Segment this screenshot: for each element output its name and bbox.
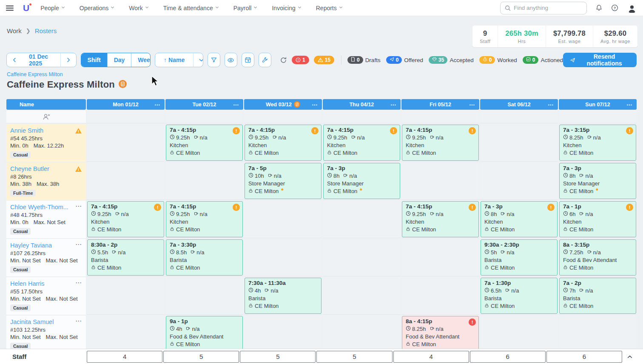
menu-item-invoicing[interactable]: Invoicing <box>272 5 301 11</box>
staff-warning-icon: ! <box>75 128 82 135</box>
shift-card[interactable]: 8:30a - 2p5.5hn/aBaristaCE Milton <box>87 239 164 276</box>
menu-item-work[interactable]: Work <box>129 5 148 11</box>
refresh-icon[interactable] <box>280 57 287 64</box>
error-count-pill[interactable]: ! 1 <box>292 56 309 64</box>
venue-link[interactable]: Caffeine Express Milton <box>7 71 127 77</box>
shift-card[interactable]: 7a - 5p10hn/aStore ManagerCE Milton● <box>245 163 322 199</box>
staff-name-link[interactable]: Cheyne Butler <box>10 165 49 172</box>
staff-name-link[interactable]: Helen Harris <box>10 280 45 287</box>
menu-item-operations[interactable]: Operations <box>80 5 114 11</box>
shift-card[interactable]: 7a - 4:15p9.25hn/aKitchenCE Milton! <box>166 201 243 237</box>
shift-card[interactable]: 8a - 4:15p8.25hn/aFood & Bev AttendantCE… <box>402 316 479 349</box>
column-header-day-1: Mon 01/12⋯ <box>87 99 165 110</box>
shift-cell: 7a - 3:15p8.25hn/aKitchenCE Milton! <box>559 124 637 162</box>
shift-location-name: CE Milton <box>176 226 200 233</box>
sort-ascending-icon: ↑ <box>164 57 167 63</box>
view-toggle-week[interactable]: Week <box>131 53 151 67</box>
menu-item-reports[interactable]: Reports <box>316 5 343 11</box>
clock-icon <box>248 134 253 141</box>
shift-meta: 7.25hn/a <box>563 249 632 256</box>
sort-dropdown-button[interactable] <box>193 53 203 67</box>
staff-menu-button[interactable]: ⋯ <box>75 204 82 208</box>
break-icon <box>343 173 348 179</box>
sort-by-name-button[interactable]: ↑ Name <box>155 53 193 67</box>
shift-cell: 7a - 4:15p9.25hn/aKitchenCE Milton! <box>165 124 243 162</box>
shift-card[interactable]: 9a - 1p4hn/aFood & Bev AttendantCE Milto… <box>166 316 243 349</box>
filter-button[interactable] <box>208 53 220 67</box>
shift-break: n/a <box>585 211 593 217</box>
shift-cell <box>87 124 165 162</box>
staff-min-max: Min. Not SetMax. Not Set <box>10 334 82 341</box>
view-toggle-shift[interactable]: Shift <box>81 53 107 67</box>
breadcrumb-separator-icon: ❯ <box>26 28 31 34</box>
shift-role: Barista <box>484 295 554 301</box>
shift-break: n/a <box>196 249 204 256</box>
shift-cell <box>87 277 165 315</box>
menu-item-time-attendance[interactable]: Time & attendance <box>163 5 219 11</box>
shift-card[interactable]: 7a - 3:30p8.5hn/aBaristaCE Milton <box>166 239 243 276</box>
shift-card[interactable]: 7a - 4:15p9.25hn/aKitchenCE Milton! <box>245 125 322 161</box>
shift-location: CE Milton <box>170 264 239 271</box>
shift-card[interactable]: 7a - 4:15p9.25hn/aKitchenCE Milton! <box>166 125 243 161</box>
status-label: Actioned <box>541 57 563 63</box>
search-input[interactable] <box>514 5 578 11</box>
shift-card[interactable]: 7a - 3p8hn/aStore ManagerCE Milton● <box>323 163 400 199</box>
shift-card[interactable]: 7a - 3p8hn/aKitchenCE Milton! <box>481 201 558 237</box>
shift-cell: 7a - 4:15p9.25hn/aKitchenCE Milton! <box>323 124 401 162</box>
plane-icon <box>390 57 394 63</box>
global-search[interactable] <box>500 2 587 14</box>
shift-card[interactable]: 7a - 4:15p9.25hn/aKitchenCE Milton! <box>402 201 479 237</box>
shift-card[interactable]: 7a - 4:15p9.25hn/aKitchenCE Milton! <box>323 125 400 161</box>
venue-note-icon[interactable] <box>119 80 127 90</box>
column-header-day-4: Thu 04/12⋯ <box>323 99 401 110</box>
warning-count-pill[interactable]: ! 15 <box>314 56 334 64</box>
clock-icon <box>563 173 568 179</box>
shift-status-legend: 0Drafts0Offered35Accepted0Worked0Actione… <box>347 56 563 64</box>
breadcrumb-work[interactable]: Work <box>7 27 22 34</box>
view-toggle-day[interactable]: Day <box>107 53 131 67</box>
shift-time: 9a - 1p <box>170 318 239 324</box>
staff-name-link[interactable]: Jacinita Samuel <box>10 318 54 325</box>
shift-cell: 7a - 4:15p9.25hn/aKitchenCE Milton! <box>244 124 322 162</box>
staff-name-link[interactable]: Chloe Wyeth-Thom... <box>10 204 68 210</box>
shift-card[interactable]: 7a - 2p7hn/aBaristaCE Milton <box>559 278 636 314</box>
view-options-button[interactable] <box>225 53 237 67</box>
staff-menu-button[interactable]: ⋯ <box>75 319 82 323</box>
app-logo[interactable]: U <box>23 3 29 13</box>
next-date-button[interactable] <box>60 53 76 67</box>
lock-icon <box>91 264 96 271</box>
menu-item-people[interactable]: People <box>40 5 65 11</box>
staff-name-link[interactable]: Annie Smith <box>10 127 43 134</box>
notifications-bell-icon[interactable] <box>595 4 603 11</box>
shift-card[interactable]: 7a - 3p8hn/aStore ManagerCE Milton● <box>559 163 636 199</box>
staff-name-link[interactable]: Hayley Taviana <box>10 242 52 249</box>
shift-card[interactable]: 7:30a - 11:30a4hn/aBaristaCE Milton <box>245 278 322 314</box>
shift-card[interactable]: 9:30a - 2:30p5hn/aBaristaCE Milton <box>481 239 558 276</box>
staff-max-hours: Max. Not Set <box>34 219 65 225</box>
resend-notifications-button[interactable]: Resend notifications <box>563 53 637 67</box>
menu-item-payroll[interactable]: Payroll <box>233 5 258 11</box>
user-avatar[interactable] <box>627 3 637 13</box>
prev-date-button[interactable] <box>7 53 22 67</box>
shift-location-name: CE Milton <box>491 226 515 233</box>
shift-card[interactable]: 7a - 4:15p9.25hn/aKitchenCE Milton! <box>87 201 164 237</box>
date-label[interactable]: 01 Dec 2025 <box>22 53 60 67</box>
shift-meta: 6hn/a <box>563 211 632 217</box>
tools-button[interactable] <box>259 53 271 67</box>
clock-icon <box>170 211 175 217</box>
shift-card[interactable]: 7a - 3:15p8.25hn/aKitchenCE Milton! <box>559 125 636 161</box>
breadcrumb-rosters[interactable]: Rosters <box>35 27 57 34</box>
shift-role: Kitchen <box>406 142 475 148</box>
staff-menu-button[interactable]: ⋯ <box>75 242 82 247</box>
shift-card[interactable]: 7a - 4:15p9.25hn/aKitchenCE Milton! <box>402 125 479 161</box>
collapse-footer-button[interactable] <box>623 354 637 360</box>
add-person-icon[interactable] <box>42 113 50 121</box>
shift-card[interactable]: 7a - 1p6hn/aKitchenCE Milton! <box>559 201 636 237</box>
help-icon[interactable]: ? <box>611 4 618 11</box>
shift-cell <box>401 277 479 315</box>
copy-roster-button[interactable] <box>242 53 254 67</box>
shift-card[interactable]: 7a - 1:30p6.5hn/aBaristaCE Milton <box>481 278 558 314</box>
hamburger-menu-icon[interactable] <box>6 6 14 11</box>
staff-menu-button[interactable]: ⋯ <box>75 281 82 285</box>
shift-card[interactable]: 8a - 3:15p7.25hn/aFood & Bev AttendantCE… <box>559 239 636 276</box>
